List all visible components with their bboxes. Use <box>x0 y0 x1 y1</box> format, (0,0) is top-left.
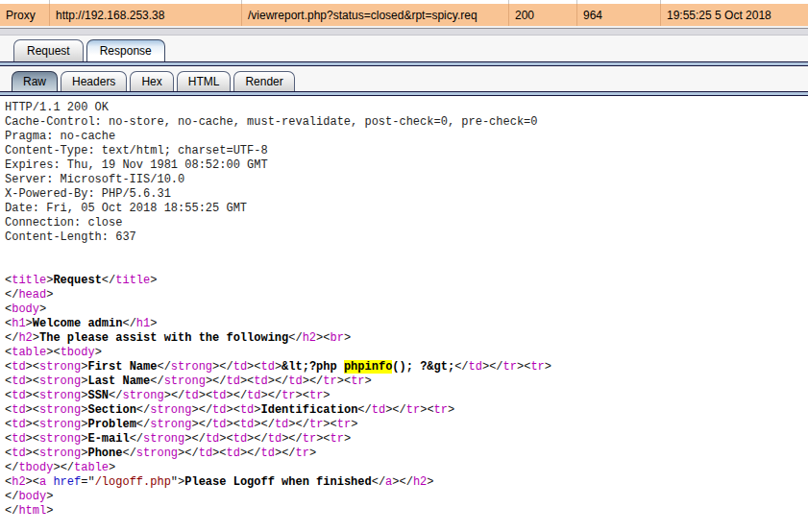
raw-tag-name: strong <box>171 360 212 374</box>
raw-tag-name: td <box>212 403 226 417</box>
raw-token: </ <box>157 360 170 374</box>
raw-token: </ <box>184 447 198 460</box>
raw-token: > <box>150 317 157 330</box>
raw-token: > <box>26 418 33 431</box>
raw-tag-name: tr <box>331 432 344 446</box>
raw-token: > <box>26 317 33 330</box>
raw-token: SSN <box>87 389 109 402</box>
history-cell-status: 200 <box>509 4 577 26</box>
raw-tag-name: h2 <box>12 475 25 489</box>
raw-token: < <box>227 432 233 446</box>
raw-token: </ <box>150 375 163 388</box>
raw-token: </ <box>5 504 18 518</box>
raw-token: > <box>150 274 157 287</box>
raw-line: <td><strong>Section</strong></td><td>Ide… <box>5 403 808 418</box>
raw-tag-name: tr <box>303 432 316 446</box>
raw-token: < <box>33 389 39 402</box>
raw-line: Cache-Control: no-store, no-cache, must-… <box>5 115 808 130</box>
raw-tag-name: strong <box>150 418 191 431</box>
raw-token: </ <box>61 461 74 474</box>
raw-line <box>5 259 808 274</box>
subtab-raw[interactable]: Raw <box>12 71 58 91</box>
raw-token: > <box>46 288 53 302</box>
raw-tag-name: tr <box>323 375 336 388</box>
raw-token: > <box>254 403 260 417</box>
raw-token: </ <box>400 475 413 489</box>
proxy-history-row[interactable]: Proxy http://192.168.253.38 /viewreport.… <box>0 4 808 26</box>
raw-tag-name: td <box>212 418 226 431</box>
raw-token: > <box>268 375 275 388</box>
raw-token: Expires: Thu, 19 Nov 1981 08:52:00 GMT <box>5 158 268 172</box>
raw-token: > <box>365 375 372 388</box>
raw-tag-name: h1 <box>136 317 150 330</box>
raw-tag-name: strong <box>39 432 81 446</box>
subtab-html[interactable]: HTML <box>177 71 232 91</box>
raw-tag-name: strong <box>150 403 191 417</box>
raw-line: <h1>Welcome admin</h1> <box>5 317 808 331</box>
raw-tag-name: strong <box>136 447 178 460</box>
raw-token: The please assist with the following <box>39 331 288 345</box>
raw-tag-name: td <box>275 418 288 431</box>
pane-splitter[interactable] <box>0 29 808 36</box>
raw-token: < <box>33 475 39 489</box>
raw-tag-name: tr <box>296 447 309 460</box>
raw-token: </ <box>5 461 18 474</box>
tab-request[interactable]: Request <box>13 39 84 61</box>
raw-tag-name: tr <box>530 360 544 374</box>
raw-tag-name: td <box>233 432 247 446</box>
raw-token: < <box>33 403 39 417</box>
raw-token: < <box>233 403 240 417</box>
raw-token: </ <box>102 274 115 287</box>
raw-tag-name: td <box>206 432 219 446</box>
raw-tag-name: tbody <box>61 346 95 359</box>
sub-tabs: RawHeadersHexHTMLRender <box>0 66 808 91</box>
raw-tag-name: td <box>372 403 385 417</box>
raw-tag-name: td <box>12 418 25 431</box>
raw-token: < <box>427 403 433 417</box>
raw-token: > <box>26 432 33 446</box>
raw-token: </ <box>489 360 502 374</box>
raw-line: <h2><a href="/logoff.php">Please Logoff … <box>5 475 808 490</box>
raw-token: </ <box>392 403 405 417</box>
raw-tag-name: tr <box>351 375 364 388</box>
raw-line: <td><strong>Last Name</strong></td><td><… <box>5 375 808 389</box>
raw-token: > <box>46 504 53 518</box>
raw-tag-name: td <box>212 389 226 402</box>
tab-response[interactable]: Response <box>86 39 165 61</box>
raw-tag-name: html <box>18 504 46 518</box>
response-raw-view[interactable]: HTTP/1.1 200 OKCache-Control: no-store, … <box>0 96 808 519</box>
raw-token: </ <box>212 375 226 388</box>
subtab-headers[interactable]: Headers <box>61 71 127 91</box>
raw-line: </h2>The please assist with the followin… <box>5 331 808 346</box>
raw-tag-name: title <box>12 274 46 287</box>
raw-line: <td><strong>Phone</strong></td><td></td>… <box>5 447 808 461</box>
raw-tag-name: td <box>12 360 25 374</box>
raw-token: Section <box>87 403 135 417</box>
raw-token: </ <box>130 432 143 446</box>
raw-token: > <box>39 302 46 316</box>
raw-token: > <box>95 346 102 359</box>
raw-token: > <box>296 389 303 402</box>
raw-tag-name: tr <box>309 418 323 431</box>
history-cell-tool: Proxy <box>0 4 50 26</box>
raw-line: X-Powered-By: PHP/5.6.31 <box>5 187 808 202</box>
raw-tag-name: strong <box>122 389 163 402</box>
raw-token: </ <box>122 317 135 330</box>
raw-token: </ <box>199 403 212 417</box>
raw-tag-name: td <box>240 418 254 431</box>
raw-tag-name: td <box>254 375 267 388</box>
raw-token: < <box>33 447 39 460</box>
proxy-history-table: Proxy http://192.168.253.38 /viewreport.… <box>0 0 808 26</box>
raw-token: </ <box>261 418 275 431</box>
raw-token: > <box>26 475 33 489</box>
raw-token: Please Logoff when finished <box>184 475 371 489</box>
raw-tag-name: br <box>330 331 343 345</box>
raw-token: > <box>33 331 39 345</box>
raw-token: </ <box>254 432 267 446</box>
raw-token: Date: Fri, 05 Oct 2018 18:55:25 GMT <box>5 202 247 215</box>
raw-tag-name: td <box>288 375 302 388</box>
subtab-hex[interactable]: Hex <box>130 71 173 91</box>
raw-tag-name: table <box>74 461 109 474</box>
raw-token: > <box>337 375 344 388</box>
subtab-render[interactable]: Render <box>233 71 294 91</box>
